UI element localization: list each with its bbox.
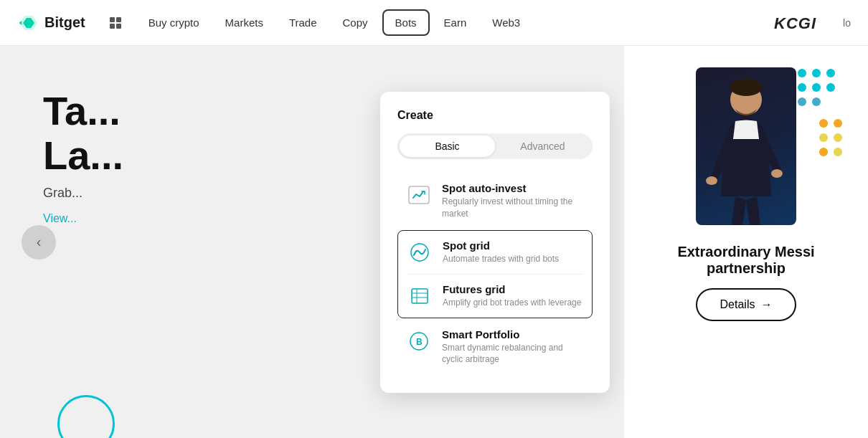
nav-item-earn[interactable]: Earn (433, 11, 478, 34)
hero-title-line1: Ta... (43, 89, 123, 133)
menu-item-spot-grid[interactable]: Spot grid Automate trades with grid bots (398, 231, 592, 274)
hero-title-line2: La... (43, 133, 123, 178)
futures-grid-desc: Amplify grid bot trades with leverage (443, 297, 581, 309)
nav-item-trade[interactable]: Trade (278, 11, 329, 34)
spot-auto-invest-title: Spot auto-invest (442, 182, 584, 194)
messi-partnership-title: Extraordinary Messipartnership (677, 244, 814, 277)
svg-rect-11 (412, 289, 428, 303)
messi-image-area (646, 60, 846, 232)
messi-figure (696, 67, 796, 225)
svg-point-8 (771, 169, 783, 178)
menu-item-spot-auto-invest[interactable]: Spot auto-invest Regularly invest withou… (397, 173, 593, 229)
yellow-dot (834, 133, 842, 142)
main-area: Ta... La... Grab... View... ‹ (0, 46, 868, 438)
tab-advanced[interactable]: Advanced (495, 135, 590, 157)
yellow-dot (819, 119, 828, 128)
spot-grid-desc: Automate trades with grid bots (443, 253, 559, 265)
svg-rect-9 (409, 186, 429, 204)
create-label: Create (397, 109, 593, 122)
grid-icon[interactable] (108, 16, 123, 30)
menu-item-smart-portfolio[interactable]: B Smart Portfolio Smart dynamic rebalanc… (397, 320, 593, 375)
svg-rect-3 (116, 24, 121, 29)
menu-item-futures-grid[interactable]: Futures grid Amplify grid bot trades wit… (398, 275, 592, 318)
spot-auto-invest-desc: Regularly invest without timing the mark… (442, 196, 584, 220)
hero-text: Ta... La... Grab... View... (43, 89, 123, 225)
spot-grid-title: Spot grid (443, 239, 559, 252)
svg-rect-1 (116, 17, 121, 22)
svg-rect-2 (110, 24, 115, 29)
teal-dot (812, 97, 821, 106)
teal-dot (812, 69, 821, 77)
nav-item-web3[interactable]: Web3 (481, 11, 532, 34)
carousel-prev-button[interactable]: ‹ (22, 225, 56, 260)
yellow-dot (834, 148, 842, 156)
nav-items: Buy crypto Markets Trade Copy Bots Earn … (137, 9, 774, 36)
details-button[interactable]: Details → (696, 288, 797, 321)
yellow-dot (834, 119, 842, 128)
teal-dot (826, 83, 835, 92)
arrow-icon: → (760, 298, 772, 311)
nav-right-text: lo (843, 17, 851, 29)
smart-portfolio-desc: Smart dynamic rebalancing and cyclic arb… (442, 342, 584, 366)
teal-dot (798, 97, 806, 106)
svg-point-7 (706, 176, 717, 185)
nav-item-buy-crypto[interactable]: Buy crypto (137, 11, 211, 34)
teal-dot (798, 83, 806, 92)
logo-text: Bitget (44, 14, 85, 31)
messi-panel: Extraordinary Messipartnership Details → (624, 46, 868, 438)
navbar: Bitget Buy crypto Markets Trade Copy Bot… (0, 0, 868, 46)
bots-dropdown-panel: Create Basic Advanced Spot auto-invest R… (380, 92, 610, 393)
nav-item-bots[interactable]: Bots (382, 9, 430, 36)
yellow-dot (819, 148, 828, 156)
smart-portfolio-title: Smart Portfolio (442, 328, 584, 341)
bitget-logo-icon (17, 11, 40, 34)
smart-portfolio-icon: B (406, 328, 432, 354)
logo[interactable]: Bitget (17, 11, 85, 34)
svg-text:B: B (416, 337, 423, 347)
tab-basic[interactable]: Basic (400, 135, 495, 157)
spot-auto-invest-icon (406, 182, 432, 208)
teal-dot (812, 83, 821, 92)
svg-text:KCGI: KCGI (774, 14, 816, 32)
spot-grid-icon (407, 239, 433, 265)
highlighted-items-box: Spot grid Automate trades with grid bots (397, 230, 593, 318)
futures-grid-title: Futures grid (443, 283, 581, 295)
nav-item-copy[interactable]: Copy (331, 11, 379, 34)
svg-rect-0 (110, 17, 115, 22)
hero-view[interactable]: View... (43, 212, 123, 225)
kcgi-logo: KCGI (774, 13, 831, 33)
nav-item-markets[interactable]: Markets (214, 11, 275, 34)
teal-dot (798, 69, 806, 77)
futures-grid-icon (407, 283, 433, 309)
svg-point-6 (730, 79, 762, 96)
tab-group: Basic Advanced (397, 133, 593, 159)
yellow-dot (819, 133, 828, 142)
teal-dot (826, 69, 835, 77)
nav-right: lo (843, 17, 851, 29)
bottom-circle-decoration (57, 395, 115, 438)
hero-subtitle: Grab... (43, 186, 123, 201)
